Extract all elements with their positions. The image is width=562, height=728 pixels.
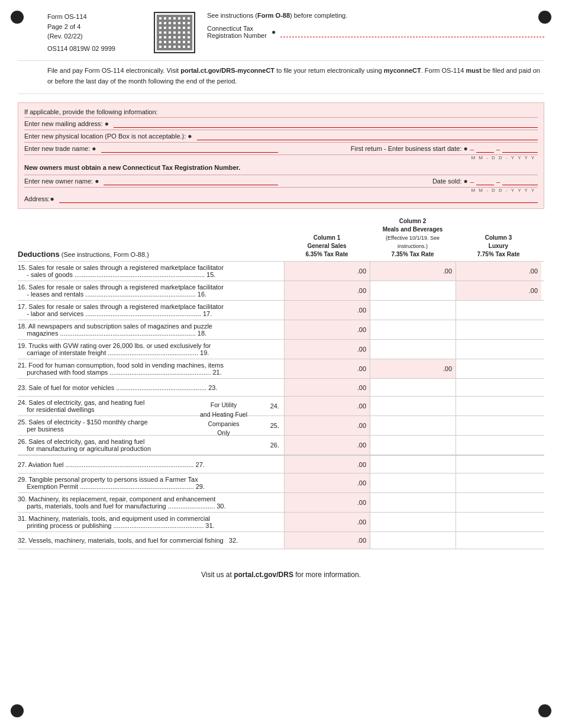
deductions-title: Deductions — [18, 250, 60, 259]
row-30-col2-empty — [370, 493, 456, 512]
dash1: – — [470, 146, 474, 153]
row-30-label: 30. Machinery, its replacement, repair, … — [18, 493, 284, 512]
start-date-mm[interactable] — [476, 144, 494, 153]
row-26-label: 26. Sales of electricity, gas, and heati… — [18, 436, 183, 455]
row-15-col1[interactable]: .00 — [284, 262, 370, 281]
info-header-row: If applicable, provide the following inf… — [24, 107, 538, 118]
row-23-col3-empty — [456, 379, 541, 396]
mailing-address-label: Enter new mailing address: ● — [24, 120, 109, 128]
row-27-col1[interactable]: .00 — [284, 456, 370, 473]
utility-note: For Utilityand Heating FuelCompaniesOnly — [185, 401, 262, 438]
corner-dot-tr — [538, 11, 551, 24]
row-19-col1[interactable]: .00 — [284, 340, 370, 359]
row-27-label: 27. Aviation fuel ......................… — [18, 456, 284, 473]
date-sold-yyyy[interactable] — [502, 177, 538, 185]
physical-location-row: Enter new physical location (PO Box is n… — [24, 130, 538, 143]
date-sold-format-label: M M - D D - Y Y Y Y — [471, 188, 535, 193]
trade-name-input[interactable] — [101, 144, 278, 153]
row-32-col1[interactable]: .00 — [284, 532, 370, 549]
row-21-col3-empty — [456, 359, 541, 378]
table-row: 23. Sale of fuel for motor vehicles ....… — [18, 378, 544, 396]
date-sold-label: Date sold: ● — [432, 177, 468, 185]
col1-sub2: 6.35% Tax Rate — [305, 251, 348, 257]
row-21-col2[interactable]: .00 — [370, 359, 456, 378]
footer-url: portal.ct.gov/DRS — [234, 571, 293, 579]
row-16-col3[interactable]: .00 — [456, 281, 541, 300]
row-29-label: 29. Tangible personal property to person… — [18, 473, 284, 492]
row-15-col2[interactable]: .00 — [370, 262, 456, 281]
row-26-col3-empty — [456, 436, 541, 455]
row-26-num: 26. — [183, 436, 284, 455]
table-row: 29. Tangible personal property to person… — [18, 473, 544, 492]
deductions-header-left: Deductions (See instructions, Form O-88.… — [18, 250, 284, 259]
row-30-col1[interactable]: .00 — [284, 493, 370, 512]
physical-location-input[interactable] — [197, 132, 538, 140]
row-18-col1[interactable]: .00 — [284, 320, 370, 339]
corner-dot-br — [538, 704, 551, 717]
row-16-col1[interactable]: .00 — [284, 281, 370, 300]
date-sold-mm[interactable] — [476, 177, 494, 185]
row-31-col2-empty — [370, 513, 456, 531]
qr-code — [154, 12, 195, 53]
row-24-col1[interactable]: .00 — [284, 397, 370, 415]
row-31-col1[interactable]: .00 — [284, 513, 370, 531]
col2-sub2: (Effective 10/1/19. See instructions.) — [386, 235, 440, 249]
corner-dot-bl — [11, 704, 24, 717]
form-page: Page 2 of 4 — [47, 22, 142, 32]
deductions-section: Deductions (See instructions, Form O-88.… — [18, 217, 544, 549]
table-row: 16. Sales for resale or sales through a … — [18, 281, 544, 300]
row-24-col3-empty — [456, 397, 541, 415]
col2-header-title: Column 2 — [399, 218, 427, 224]
dash4: – — [496, 178, 500, 185]
owner-name-input[interactable] — [104, 177, 278, 185]
start-date-yyyy[interactable] — [502, 144, 538, 153]
header-right: See instructions (Form O-88) before comp… — [207, 12, 544, 39]
row-15-col3[interactable]: .00 — [456, 262, 541, 281]
table-row: 32. Vessels, machinery, materials, tools… — [18, 531, 544, 549]
row-16-col2-empty — [370, 281, 456, 300]
row-32-col3-empty — [456, 532, 541, 549]
first-return-label: First return - Enter business start date… — [351, 144, 468, 153]
row-23-col1[interactable]: .00 — [284, 379, 370, 396]
row-18-col3-empty — [456, 320, 541, 339]
deductions-subtitle: (See instructions, Form O-88.) — [62, 251, 149, 258]
row-19-col3-empty — [456, 340, 541, 359]
date-sold-sub-row: M M - D D - Y Y Y Y — [24, 188, 538, 193]
row-23-label: 23. Sale of fuel for motor vehicles ....… — [18, 379, 284, 396]
address-row: Address:● — [24, 193, 538, 205]
trade-name-label: Enter new trade name: ● — [24, 144, 96, 153]
form-title: Form OS-114 — [47, 12, 142, 22]
table-row: 31. Machinery, materials, tools, and equ… — [18, 512, 544, 531]
row-25-col2-empty — [370, 416, 456, 435]
portal-url: portal.ct.gov/DRS-myconneCT — [180, 67, 274, 74]
address-input[interactable] — [59, 195, 538, 203]
bold-note-row: New owners must obtain a new Connecticut… — [24, 160, 538, 175]
row-31-label: 31. Machinery, materials, tools, and equ… — [18, 513, 284, 531]
utility-rows-group: For Utilityand Heating FuelCompaniesOnly… — [18, 396, 544, 455]
table-row: 15. Sales for resale or sales through a … — [18, 261, 544, 281]
row-16-label: 16. Sales for resale or sales through a … — [18, 281, 284, 300]
row-17-col2-empty — [370, 301, 456, 320]
dash3: – — [470, 178, 474, 185]
row-27-col2-empty — [370, 456, 456, 473]
row-21-col1[interactable]: .00 — [284, 359, 370, 378]
row-25-col1[interactable]: .00 — [284, 416, 370, 435]
table-row: 25. Sales of electricity - $150 monthly … — [18, 415, 544, 435]
row-24-col2-empty — [370, 397, 456, 415]
reg-input[interactable] — [280, 27, 544, 37]
row-17-col1[interactable]: .00 — [284, 301, 370, 320]
row-32-col2-empty — [370, 532, 456, 549]
row-26-col1[interactable]: .00 — [284, 436, 370, 455]
header: Form OS-114 Page 2 of 4 (Rev. 02/22) OS1… — [18, 12, 544, 53]
reg-label: Connecticut TaxRegistration Number — [207, 25, 267, 39]
row-17-label: 17. Sales for resale or sales through a … — [18, 301, 284, 320]
col1-header-title: Column 1 — [314, 234, 341, 241]
mailing-address-input[interactable] — [114, 120, 538, 128]
myconnect: myconneCT — [384, 67, 421, 74]
row-32-label: 32. Vessels, machinery, materials, tools… — [18, 532, 284, 549]
col3-header-title: Column 3 — [485, 234, 512, 241]
row-17-col3-empty — [456, 301, 541, 320]
row-29-col3-empty — [456, 473, 541, 492]
row-19-col2-empty — [370, 340, 456, 359]
row-29-col1[interactable]: .00 — [284, 473, 370, 492]
